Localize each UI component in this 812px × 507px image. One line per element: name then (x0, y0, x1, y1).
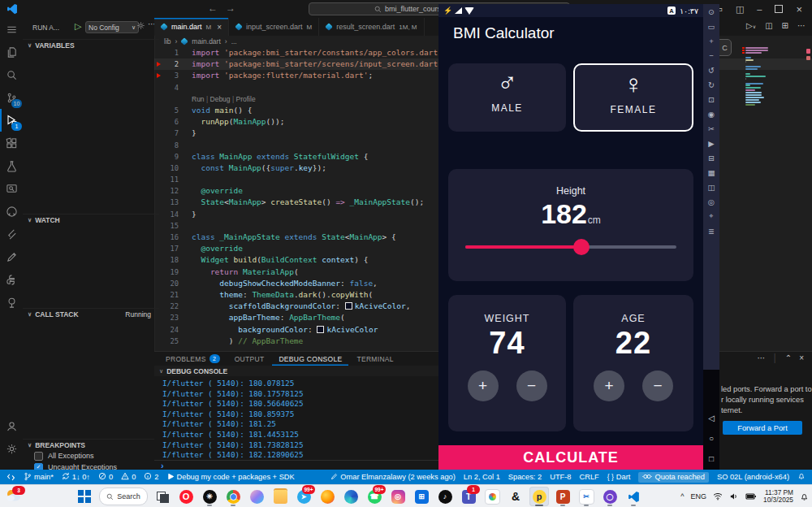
copilot-status[interactable]: Quota reached (638, 472, 709, 483)
nav-back-forward[interactable]: ←→ (208, 2, 244, 14)
todo-tree-icon[interactable] (0, 291, 23, 314)
taskbar-ampersand[interactable]: & (506, 487, 525, 506)
panel-tab-problems[interactable]: PROBLEMS2 (159, 352, 227, 366)
remote-explorer-icon[interactable] (0, 177, 23, 200)
minimize-button[interactable]: – (757, 4, 762, 14)
minimap[interactable] (745, 47, 775, 120)
wifi-icon[interactable] (713, 492, 723, 500)
notification-bell-icon[interactable] (800, 492, 809, 501)
emulator-toolbar-button[interactable]: ⊙ (703, 4, 719, 19)
height-slider[interactable] (465, 245, 676, 249)
split-editor-icon[interactable]: ◫ (765, 21, 772, 30)
warnings[interactable]: 0 (121, 472, 136, 482)
search-icon[interactable] (0, 63, 23, 86)
emulator-toolbar-button[interactable]: ⊡ (703, 92, 719, 106)
taskbar-search[interactable]: Search (98, 487, 149, 506)
age-increment-button[interactable]: + (594, 370, 624, 401)
remote-indicator[interactable] (6, 472, 15, 483)
gear-icon[interactable] (136, 21, 145, 30)
run-debug-icon[interactable]: 1 (0, 109, 23, 132)
run-dropdown-icon[interactable]: ▷∨ (746, 21, 756, 30)
codelens-profile[interactable]: Profile (236, 95, 256, 103)
settings-icon[interactable] (0, 437, 23, 460)
emulator-toolbar-button[interactable]: ↻ (703, 77, 719, 92)
emulator-toolbar-button[interactable]: ▶ (703, 136, 719, 150)
android-back-button[interactable]: ◁ (703, 410, 719, 425)
pen-icon[interactable] (0, 245, 23, 268)
emulator-toolbar-button[interactable]: − (703, 48, 719, 63)
debug-config[interactable]: Debug my code + packages + SDK (167, 473, 295, 482)
start-debug-button[interactable]: ▷ (75, 21, 81, 32)
volume-icon[interactable] (729, 492, 739, 500)
taskbar-chrome[interactable] (223, 487, 243, 506)
language-mode[interactable]: { }Dart (607, 473, 631, 481)
source-control-icon[interactable]: 10 (0, 86, 23, 109)
taskbar-vscode[interactable] (624, 487, 643, 506)
breakpoint-item[interactable]: All Exceptions (23, 450, 166, 462)
encoding[interactable]: UTF-8 (550, 473, 571, 481)
language-indicator[interactable]: ENG (691, 492, 707, 500)
notifications[interactable] (797, 472, 806, 482)
taskbar-copilot[interactable] (247, 487, 266, 506)
taskbar-chatgpt[interactable]: ✳ (200, 487, 219, 506)
extensions-icon[interactable] (0, 132, 23, 154)
age-decrement-button[interactable]: − (642, 370, 673, 401)
flutter-icon[interactable] (0, 223, 23, 245)
menu-icon[interactable] (0, 18, 23, 41)
female-card[interactable]: ♀ FEMALE (573, 63, 693, 132)
weight-decrement-button[interactable]: − (516, 370, 547, 401)
emulator-toolbar-button[interactable]: ◉ (703, 106, 719, 121)
git-branch[interactable]: main* (24, 472, 54, 483)
emulator-toolbar-button[interactable]: ◫ (703, 180, 719, 194)
taskbar-teams[interactable]: T1 (459, 487, 478, 506)
taskbar-instagram[interactable]: ◎ (388, 487, 408, 506)
variables-section[interactable]: ∨VARIABLES (23, 39, 159, 51)
emulator-toolbar-button[interactable]: ▦ (703, 165, 719, 180)
calculate-button[interactable]: CALCULATE (438, 445, 703, 470)
indentation[interactable]: Spaces: 2 (508, 473, 542, 481)
taskbar-tiktok[interactable]: ♪ (435, 487, 455, 506)
android-home-button[interactable]: ○ (703, 431, 719, 445)
emulator-toolbar-button[interactable]: ⌖ (703, 209, 719, 223)
emulator-toolbar-button[interactable]: + (703, 33, 719, 48)
taskbar-photos[interactable] (482, 487, 502, 506)
panel-tab-terminal[interactable]: TERMINAL (350, 352, 400, 366)
cursor-position[interactable]: Ln 2, Col 1 (464, 473, 500, 481)
blame[interactable]: Omar Elmanzalawy (2 weeks ago) (330, 473, 456, 482)
taskbar-powerpoint[interactable]: P (553, 487, 572, 506)
taskbar-explorer[interactable] (270, 487, 290, 506)
taskbar-opera[interactable]: O (176, 487, 196, 506)
taskbar-snipping[interactable]: ✂ (577, 487, 596, 506)
panel-more-icon[interactable]: ⋯ (758, 353, 766, 362)
emulator-toolbar-button[interactable]: ⊟ (703, 150, 719, 165)
taskbar-task-view[interactable] (153, 487, 172, 506)
breakpoints-section[interactable]: ∨BREAKPOINTS (23, 439, 159, 451)
eol[interactable]: CRLF (580, 473, 599, 481)
github-icon[interactable] (0, 200, 23, 223)
tab-result_screen.dart[interactable]: result_screen.dart1M, M (319, 18, 424, 36)
explorer-icon[interactable] (0, 41, 23, 63)
emulator-toolbar-button[interactable]: ↺ (703, 63, 719, 77)
tray-chevron[interactable]: ^ (680, 492, 684, 500)
taskbar-p-app[interactable]: p (529, 487, 549, 506)
layout-sidebar-icon[interactable]: ◫ (736, 4, 744, 15)
close-icon[interactable]: × (217, 23, 222, 32)
tab-input_screen.dart[interactable]: input_screen.dartM (229, 18, 319, 36)
account-icon[interactable] (0, 414, 23, 437)
watch-section[interactable]: ∨WATCH (23, 214, 159, 226)
panel-tab-output[interactable]: OUTPUT (228, 352, 271, 366)
debug-config-dropdown[interactable]: No Config∨ (85, 21, 139, 33)
forward-port-button[interactable]: Forward a Port (723, 421, 802, 435)
male-card[interactable]: ♂ MALE (448, 63, 566, 132)
taskbar-github-desktop[interactable]: ◯ (600, 487, 620, 506)
taskbar-telegram[interactable]: ➤99+ (294, 487, 313, 506)
taskbar-firefox[interactable] (317, 487, 337, 506)
errors[interactable]: 0 (98, 472, 113, 482)
weight-increment-button[interactable]: + (468, 370, 499, 401)
emulator-toolbar-button[interactable]: ◎ (703, 194, 719, 209)
emulator-toolbar-button[interactable]: ≣ (703, 223, 719, 238)
checkbox[interactable] (34, 452, 43, 461)
android-overview-button[interactable]: □ (703, 451, 719, 466)
python-icon[interactable] (0, 268, 23, 291)
more-actions-icon[interactable]: ⋯ (797, 21, 806, 30)
